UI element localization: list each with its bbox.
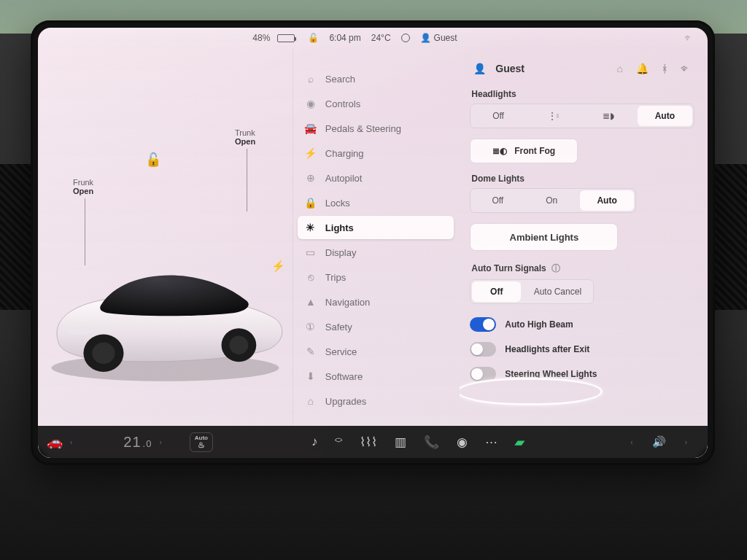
volume-down[interactable]: ‹ xyxy=(623,438,640,446)
battery-percent[interactable]: 48% xyxy=(252,33,270,43)
temp-down[interactable]: ‹ xyxy=(63,438,80,446)
dashcam-icon[interactable]: ◉ xyxy=(457,435,468,450)
sidebar-item-service[interactable]: ✎Service xyxy=(298,340,454,363)
wifi-settings-icon[interactable]: ᯤ xyxy=(677,63,694,74)
car-render[interactable] xyxy=(38,201,293,388)
lights-settings-panel: 👤 Guest ⌂ 🔔 ᚼ ᯤ Headlights Off ⋮⦂ ≣◗ Aut… xyxy=(460,48,708,426)
headlights-auto[interactable]: Auto xyxy=(638,106,692,126)
sidebar-item-locks[interactable]: 🔒Locks xyxy=(298,191,454,214)
notifications-icon[interactable]: 🔔 xyxy=(632,63,652,74)
sidebar-item-label: Upgrades xyxy=(325,396,366,407)
homelink-icon[interactable]: ⌂ xyxy=(614,63,627,74)
sidebar-item-software[interactable]: ⬇Software xyxy=(298,365,454,388)
dome-lights-label: Dome Lights xyxy=(471,174,694,184)
sidebar-item-display[interactable]: ▭Display xyxy=(298,241,454,264)
navigation-icon: ▲ xyxy=(305,296,317,308)
front-fog-label: Front Fog xyxy=(514,146,555,156)
dome-on[interactable]: On xyxy=(525,189,578,212)
auto-turn-signals-selector: Off Auto Cancel xyxy=(470,279,593,304)
ambient-lights-label: Ambient Lights xyxy=(510,232,579,243)
trunk-callout[interactable]: Trunk Open xyxy=(235,128,255,146)
charging-icon: ⚡ xyxy=(305,147,317,159)
frunk-state: Open xyxy=(73,187,93,195)
defrost-front-icon[interactable]: ⌇⌇⌇ xyxy=(360,435,377,450)
outside-temperature[interactable]: 24°C xyxy=(371,33,391,43)
frunk-callout[interactable]: Frunk Open xyxy=(73,178,93,195)
turn-signals-off[interactable]: Off xyxy=(472,281,521,302)
energy-app-icon[interactable]: ▰ xyxy=(514,435,527,450)
frunk-label: Frunk xyxy=(73,178,93,187)
seat-heat-icon: ♨ xyxy=(198,440,205,449)
dock-right: ‹ 🔊 › xyxy=(623,435,699,448)
clock[interactable]: 6:04 pm xyxy=(329,33,360,43)
headlights-after-exit-label: Headlights after Exit xyxy=(505,344,589,354)
wifi-icon[interactable]: ᯤ xyxy=(684,33,693,43)
sidebar-item-navigation[interactable]: ▲Navigation xyxy=(298,290,454,314)
front-fog-button[interactable]: ≣◐ Front Fog xyxy=(470,139,578,163)
touchscreen: 48% 🔓 6:04 pm 24°C 👤 Guest ᯤ xyxy=(38,28,708,458)
auto-high-beam-label: Auto High Beam xyxy=(505,319,573,330)
sidebar-item-label: Locks xyxy=(325,198,350,209)
lights-icon: ☀ xyxy=(305,222,317,233)
headlights-label: Headlights xyxy=(471,89,694,99)
bottom-dock: 🚗 ‹ 21.0 › Auto ♨ ♪ ⌔ ⌇⌇⌇ ▥ 📞 ◉ ⋯ ▰ ‹ xyxy=(38,426,708,458)
battery-icon[interactable] xyxy=(277,34,295,42)
sidebar-item-lights[interactable]: ☀Lights xyxy=(298,216,454,239)
car-unlock-icon[interactable]: 🔓 xyxy=(145,152,161,168)
climate-auto-button[interactable]: Auto ♨ xyxy=(190,432,213,452)
headlights-off[interactable]: Off xyxy=(471,104,525,128)
sidebar-item-upgrades[interactable]: ⌂Upgrades xyxy=(298,389,454,413)
wipers-icon[interactable]: ⌔ xyxy=(335,435,342,449)
sidebar-item-label: Service xyxy=(325,346,357,357)
music-app-icon[interactable]: ♪ xyxy=(311,435,318,449)
sidebar-item-safety[interactable]: ①Safety xyxy=(298,315,454,338)
low-beam-icon: ≣◗ xyxy=(603,111,614,121)
steering-wheel-lights-label: Steering Wheel Lights xyxy=(505,369,597,379)
phone-app-icon[interactable]: 📞 xyxy=(424,435,439,450)
temp-up[interactable]: › xyxy=(152,438,169,446)
sidebar-item-pedals-steering[interactable]: 🚘Pedals & Steering xyxy=(298,117,454,140)
profile-name[interactable]: Guest xyxy=(495,63,525,74)
bluetooth-icon[interactable]: ᚼ xyxy=(658,63,671,74)
defrost-rear-icon[interactable]: ▥ xyxy=(395,435,406,450)
headlights-on[interactable]: ≣◗ xyxy=(581,104,635,128)
sidebar-item-label: Navigation xyxy=(325,297,370,308)
auto-high-beam-toggle[interactable] xyxy=(470,317,496,332)
dome-lights-selector: Off On Auto xyxy=(470,188,636,213)
volume-icon[interactable]: 🔊 xyxy=(652,435,666,448)
sidebar-item-search[interactable]: ⌕Search xyxy=(298,67,454,90)
sidebar-item-label: Pedals & Steering xyxy=(325,123,401,134)
info-icon[interactable]: ⓘ xyxy=(551,263,560,273)
profile-status[interactable]: 👤 Guest xyxy=(420,33,457,43)
sidebar-item-controls[interactable]: ◉Controls xyxy=(298,92,454,115)
dome-auto[interactable]: Auto xyxy=(580,190,634,211)
profile-status-name: Guest xyxy=(434,33,457,43)
car-quick-controls-icon[interactable]: 🚗 xyxy=(47,434,63,450)
dome-off[interactable]: Off xyxy=(471,189,525,212)
auto-high-beam-row: Auto High Beam xyxy=(470,314,694,335)
sidebar-item-label: Autopilot xyxy=(325,173,363,184)
search-icon: ⌕ xyxy=(305,73,317,85)
sidebar-item-trips[interactable]: ⎋Trips xyxy=(298,265,454,289)
ambient-lights-button[interactable]: Ambient Lights xyxy=(470,223,618,251)
turn-signals-auto-cancel[interactable]: Auto Cancel xyxy=(522,280,592,303)
parking-lights-icon: ⋮⦂ xyxy=(548,111,559,121)
all-apps-icon[interactable]: ⋯ xyxy=(485,435,498,450)
driver-temperature[interactable]: 21.0 xyxy=(80,434,152,451)
controls-icon: ◉ xyxy=(305,98,317,109)
auto-turn-signals-label: Auto Turn Signals ⓘ xyxy=(471,262,694,275)
pedals-icon: 🚘 xyxy=(305,122,317,134)
lock-icon[interactable]: 🔓 xyxy=(308,33,319,43)
main-area: 🔓 Frunk Open Trunk Open ⚡ xyxy=(38,48,708,426)
headlights-parking[interactable]: ⋮⦂ xyxy=(526,104,581,128)
sidebar-item-charging[interactable]: ⚡Charging xyxy=(298,141,454,165)
svg-point-2 xyxy=(92,343,115,364)
steering-wheel-lights-toggle[interactable] xyxy=(470,367,496,381)
sidebar-item-autopilot[interactable]: ⊕Autopilot xyxy=(298,166,454,190)
upgrades-icon: ⌂ xyxy=(305,395,317,407)
volume-up[interactable]: › xyxy=(678,438,694,446)
sidebar-item-label: Charging xyxy=(325,148,364,159)
sidebar-item-label: Search xyxy=(325,74,355,85)
headlights-after-exit-toggle[interactable] xyxy=(470,342,496,357)
sentry-icon[interactable] xyxy=(401,34,410,42)
